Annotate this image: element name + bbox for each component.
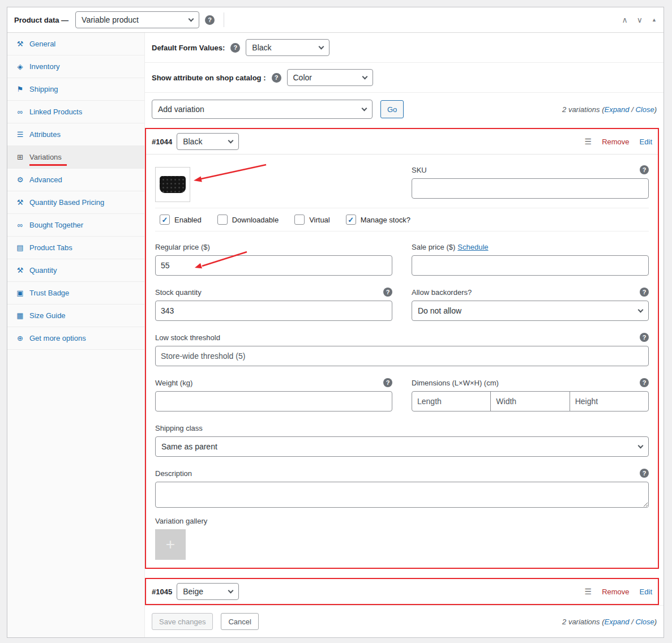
weight-label: Weight (kg) <box>155 379 192 387</box>
stock-quantity-input[interactable] <box>155 301 392 321</box>
variation-header: #1044 Black ☰ Remove Edit <box>146 129 658 155</box>
expand-link[interactable]: Expand <box>604 618 629 626</box>
variations-footer: Save changes Cancel 2 variations (Expand… <box>145 605 664 637</box>
variations-summary: 2 variations (Expand / Close) <box>562 618 657 626</box>
help-icon[interactable]: ? <box>383 378 392 387</box>
stock-quantity-field: Stock quantity ? <box>155 287 392 321</box>
sidebar-item-label: Trust Badge <box>29 289 69 297</box>
backorders-select[interactable]: Do not allow <box>412 301 649 321</box>
remove-variation-link[interactable]: Remove <box>602 138 629 146</box>
summary-text: ) <box>654 618 657 626</box>
divider <box>224 12 224 27</box>
sidebar-item-bought-together[interactable]: ∞ Bought Together <box>7 214 144 237</box>
help-icon[interactable]: ? <box>640 469 649 478</box>
remove-variation-link[interactable]: Remove <box>602 588 629 596</box>
help-icon[interactable]: ? <box>640 333 649 342</box>
close-link[interactable]: Close <box>635 618 654 626</box>
variation-attribute-select[interactable]: Beige <box>177 583 239 600</box>
regular-price-input[interactable] <box>155 255 392 276</box>
product-data-panel: Product data — Variable product ? ∧ ∨ ▲ … <box>7 7 664 638</box>
sidebar-item-advanced[interactable]: ⚙ Advanced <box>7 169 144 191</box>
help-icon[interactable]: ? <box>205 15 215 25</box>
sidebar-item-inventory[interactable]: ◈ Inventory <box>7 55 144 78</box>
variations-summary: 2 variations (Expand / Close) <box>562 105 657 114</box>
sale-price-input[interactable] <box>412 255 649 276</box>
variation-1045: #1045 Beige ☰ Remove Edit <box>145 578 659 605</box>
edit-variation-link[interactable]: Edit <box>640 588 652 596</box>
description-textarea[interactable] <box>155 482 649 508</box>
variation-id: #1045 <box>152 588 172 596</box>
sale-price-label: Sale price ($) <box>412 243 455 251</box>
width-input[interactable] <box>490 391 570 411</box>
help-icon[interactable]: ? <box>383 288 392 297</box>
sidebar-item-linked-products[interactable]: ∞ Linked Products <box>7 101 144 123</box>
show-attribute-select[interactable]: Color <box>287 69 373 86</box>
sidebar-item-variations[interactable]: ⊞ Variations <box>7 146 144 169</box>
help-icon[interactable]: ? <box>640 288 649 297</box>
save-changes-button[interactable]: Save changes <box>152 613 213 630</box>
plus-icon: + <box>166 535 175 554</box>
product-image <box>160 176 186 193</box>
sidebar-item-get-more-options[interactable]: ⊕ Get more options <box>7 327 144 350</box>
sidebar-item-size-guide[interactable]: ▦ Size Guide <box>7 305 144 327</box>
weight-input[interactable] <box>155 391 392 411</box>
sidebar-item-shipping[interactable]: ⚑ Shipping <box>7 78 144 101</box>
dimensions-label: Dimensions (L×W×H) (cm) <box>412 379 499 387</box>
variation-attribute-value: Beige <box>183 587 203 596</box>
go-button[interactable]: Go <box>380 100 404 118</box>
sidebar-item-product-tabs[interactable]: ▤ Product Tabs <box>7 237 144 259</box>
low-stock-input[interactable] <box>155 346 649 366</box>
sidebar-item-trust-badge[interactable]: ▣ Trust Badge <box>7 282 144 305</box>
expand-link[interactable]: Expand <box>604 105 629 114</box>
enabled-checkbox[interactable]: Enabled <box>160 215 202 225</box>
variation-attribute-select[interactable]: Black <box>177 133 239 150</box>
add-variation-select[interactable]: Add variation <box>152 100 373 119</box>
checkbox-icon[interactable] <box>217 215 228 225</box>
length-input[interactable] <box>412 391 491 411</box>
show-attribute-label: Show attribute on shop catalog : <box>152 74 266 82</box>
variation-image-button[interactable] <box>155 167 190 202</box>
sku-input[interactable] <box>412 178 649 199</box>
toggle-panel-icon[interactable]: ▲ <box>652 17 657 23</box>
checkbox-icon[interactable] <box>294 215 305 225</box>
product-type-value: Variable product <box>82 15 139 24</box>
weight-field: Weight (kg) ? <box>155 378 392 411</box>
checkbox-icon[interactable] <box>160 215 170 225</box>
sidebar-item-label: Quantity Based Pricing <box>29 198 104 207</box>
schedule-link[interactable]: Schedule <box>457 243 488 251</box>
drag-handle-icon[interactable]: ☰ <box>585 587 592 596</box>
downloadable-checkbox[interactable]: Downloadable <box>217 215 279 225</box>
move-up-icon[interactable]: ∧ <box>622 15 628 24</box>
close-link[interactable]: Close <box>635 105 654 114</box>
height-input[interactable] <box>570 391 649 411</box>
sale-price-field: Sale price ($) Schedule <box>412 242 649 276</box>
table-icon: ▦ <box>15 311 25 320</box>
truck-icon: ⚑ <box>15 85 25 93</box>
drag-handle-icon[interactable]: ☰ <box>585 137 592 146</box>
sidebar-item-attributes[interactable]: ☰ Attributes <box>7 123 144 146</box>
virtual-checkbox[interactable]: Virtual <box>294 215 330 225</box>
low-stock-field: Low stock threshold ? <box>155 332 649 366</box>
edit-variation-link[interactable]: Edit <box>640 138 652 146</box>
add-gallery-image-button[interactable]: + <box>155 529 186 560</box>
default-form-values-label: Default Form Values: <box>152 44 225 52</box>
manage-stock-checkbox[interactable]: Manage stock? <box>346 215 410 225</box>
backorders-value: Do not allow <box>418 306 461 315</box>
product-type-select[interactable]: Variable product <box>75 11 199 28</box>
help-icon[interactable]: ? <box>640 378 649 387</box>
panel-header: Product data — Variable product ? ∧ ∨ ▲ <box>7 7 664 33</box>
summary-separator: / <box>630 618 636 626</box>
help-icon[interactable]: ? <box>272 73 281 83</box>
help-icon[interactable]: ? <box>640 165 649 174</box>
product-data-tabs: ⚒ General ◈ Inventory ⚑ Shipping ∞ Linke… <box>7 33 145 637</box>
default-form-values-select[interactable]: Black <box>246 39 329 56</box>
move-down-icon[interactable]: ∨ <box>637 15 643 24</box>
sidebar-item-quantity-based-pricing[interactable]: ⚒ Quantity Based Pricing <box>7 191 144 214</box>
shipping-class-select[interactable]: Same as parent <box>155 436 649 457</box>
variation-id: #1044 <box>152 138 172 146</box>
sidebar-item-quantity[interactable]: ⚒ Quantity <box>7 259 144 282</box>
sidebar-item-general[interactable]: ⚒ General <box>7 33 144 55</box>
checkbox-icon[interactable] <box>346 215 356 225</box>
help-icon[interactable]: ? <box>230 43 240 53</box>
cancel-button[interactable]: Cancel <box>221 613 258 630</box>
